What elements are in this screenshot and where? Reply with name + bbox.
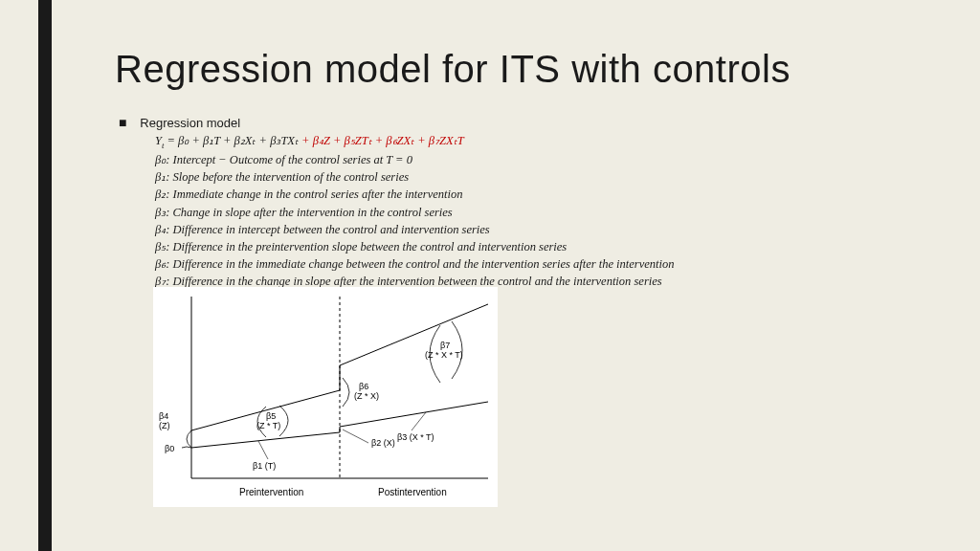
bullet-row: ■ Regression model	[119, 115, 240, 130]
slide-title: Regression model for ITS with controls	[115, 48, 791, 91]
lbl-postintervention: Postintervention	[378, 487, 447, 497]
beta-sym: β₆	[155, 257, 166, 271]
arc-b4	[187, 430, 191, 448]
accent-bar	[38, 0, 52, 551]
interv-post	[340, 304, 488, 365]
slide: Regression model for ITS with controls ■…	[0, 0, 980, 551]
beta-row-2: β₂: Immediate change in the control seri…	[155, 186, 674, 203]
its-diagram: β0 β4 (Z) β1 (T) β5 (Z * T) β2 (X) β6 (Z…	[153, 287, 498, 507]
beta-desc: Intercept − Outcome of the control serie…	[173, 153, 412, 166]
arc-b0	[182, 447, 191, 448]
eq-black: = β₀ + β₁T + β₂Xₜ + β₃TXₜ	[164, 134, 299, 147]
lbl-b5-b: (Z * T)	[256, 421, 280, 430]
lbl-b7-b: (Z * X * T)	[425, 350, 463, 360]
lbl-b5-a: β5	[266, 411, 276, 421]
beta-sym: β₅	[155, 240, 166, 253]
arc-b6	[343, 378, 349, 407]
control-post	[340, 402, 488, 427]
beta-desc: Difference in intercept between the cont…	[173, 223, 490, 236]
its-svg: β0 β4 (Z) β1 (T) β5 (Z * T) β2 (X) β6 (Z…	[153, 287, 498, 507]
beta-row-6: β₆: Difference in the immediate change b…	[155, 255, 674, 273]
eq-red: + β₄Z + β₅ZTₜ + β₆ZXₜ + β₇ZXₜT	[299, 134, 464, 147]
bullet-text: Regression model	[140, 116, 240, 130]
beta-row-0: β₀: Intercept − Outcome of the control s…	[155, 151, 674, 168]
beta-desc: Change in slope after the intervention i…	[173, 206, 453, 219]
lead-b3	[412, 412, 426, 430]
beta-row-3: β₃: Change in slope after the interventi…	[155, 204, 674, 221]
beta-row-1: β₁: Slope before the intervention of the…	[155, 168, 674, 186]
beta-sym: β₃	[155, 206, 166, 219]
beta-sym: β₂	[155, 187, 166, 201]
lbl-b3: β3 (X * T)	[397, 432, 434, 442]
beta-desc: Slope before the intervention of the con…	[173, 170, 410, 184]
lbl-b4-b: (Z)	[159, 421, 170, 430]
arc-b5r	[279, 406, 288, 436]
lbl-preintervention: Preintervention	[239, 487, 303, 497]
beta-desc: Difference in the immediate change betwe…	[173, 257, 675, 271]
lbl-b6-a: β6	[359, 382, 368, 391]
eq-lhs-sym: Y	[155, 134, 162, 147]
equation-main: Yt = β₀ + β₁T + β₂Xₜ + β₃TXₜ + β₄Z + β₅Z…	[155, 132, 674, 151]
beta-row-5: β₅: Difference in the preintervention sl…	[155, 238, 674, 255]
beta-desc: Difference in the preintervention slope …	[173, 240, 568, 253]
eq-lhs: Yt	[155, 134, 164, 147]
lbl-b1: β1 (T)	[253, 461, 276, 471]
lbl-b2: β2 (X)	[371, 438, 395, 448]
lead-b2	[343, 430, 368, 443]
lbl-b4-a: β4	[159, 411, 168, 421]
lbl-b6-b: (Z * X)	[354, 391, 379, 401]
beta-sym: β₁	[155, 170, 166, 184]
equation-block: Yt = β₀ + β₁T + β₂Xₜ + β₃TXₜ + β₄Z + β₅Z…	[155, 132, 674, 290]
beta-sym: β₄	[155, 223, 166, 236]
lead-b1	[258, 441, 268, 459]
beta-sym: β₇	[155, 275, 166, 288]
control-pre	[191, 432, 340, 448]
beta-row-4: β₄: Difference in intercept between the …	[155, 221, 674, 238]
bullet-square-icon: ■	[119, 115, 126, 130]
lbl-b7-a: β7	[440, 341, 450, 350]
beta-sym: β₀	[155, 153, 166, 166]
beta-desc: Difference in the change in slope after …	[173, 275, 662, 288]
lbl-b0: β0	[165, 444, 174, 453]
beta-desc: Immediate change in the control series a…	[173, 187, 463, 201]
